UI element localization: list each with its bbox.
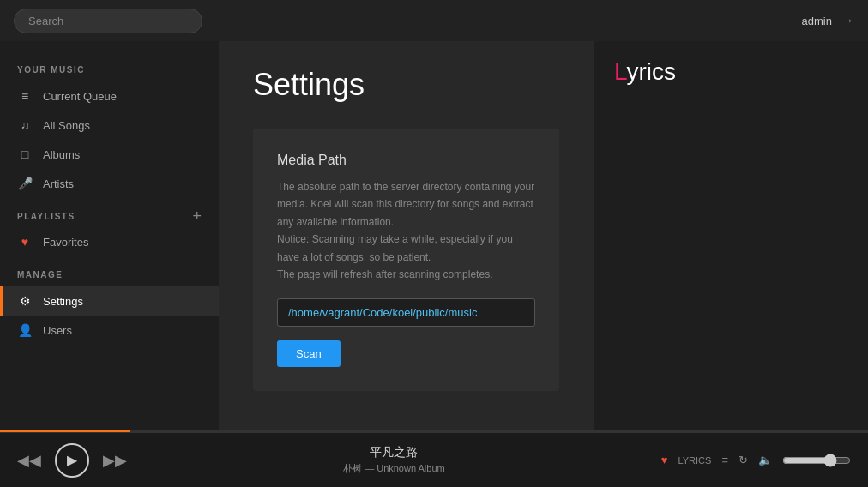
song-title: 平凡之路 bbox=[127, 445, 661, 460]
favorite-button[interactable]: ♥ bbox=[661, 454, 668, 466]
lyrics-title-rest: yrics bbox=[627, 58, 677, 85]
prev-button[interactable]: ◀◀ bbox=[17, 451, 41, 470]
music-note-icon: ♫ bbox=[17, 118, 33, 132]
progress-fill bbox=[0, 430, 130, 432]
top-bar: admin → bbox=[0, 0, 868, 41]
sidebar-item-favorites[interactable]: ♥ Favorites bbox=[0, 227, 219, 256]
queue-icon: ≡ bbox=[17, 89, 33, 103]
bottom-player: ◀◀ ▶ ▶▶ 平凡之路 朴树 — Unknown Album ♥ LYRICS… bbox=[0, 432, 868, 487]
player-info: 平凡之路 朴树 — Unknown Album bbox=[127, 445, 661, 475]
queue-list-button[interactable]: ≡ bbox=[721, 454, 728, 466]
sidebar-item-albums[interactable]: □ Albums bbox=[0, 140, 219, 169]
sidebar-item-all-songs[interactable]: ♫ All Songs bbox=[0, 111, 219, 140]
next-button[interactable]: ▶▶ bbox=[103, 451, 127, 470]
lyrics-button[interactable]: LYRICS bbox=[678, 455, 711, 466]
add-playlist-button[interactable]: + bbox=[192, 208, 202, 224]
sidebar-item-label: Favorites bbox=[43, 236, 88, 249]
content-area: Settings Media Path The absolute path to… bbox=[219, 41, 594, 430]
album-icon: □ bbox=[17, 147, 33, 161]
player-right: ♥ LYRICS ≡ ↻ 🔈 bbox=[661, 454, 851, 467]
sidebar-item-label: Albums bbox=[43, 148, 80, 161]
progress-bar-container[interactable] bbox=[0, 430, 868, 432]
song-meta: 朴树 — Unknown Album bbox=[127, 462, 661, 475]
page-title: Settings bbox=[253, 67, 559, 103]
manage-section-title: MANAGE bbox=[0, 270, 219, 286]
play-button[interactable]: ▶ bbox=[55, 443, 89, 478]
volume-slider[interactable] bbox=[782, 454, 851, 467]
sidebar-item-users[interactable]: 👤 Users bbox=[0, 316, 219, 345]
users-icon: 👤 bbox=[17, 323, 33, 337]
lyrics-panel-title: Lyrics bbox=[614, 58, 847, 86]
settings-card: Media Path The absolute path to the serv… bbox=[253, 129, 559, 391]
volume-icon: 🔈 bbox=[758, 454, 772, 466]
repeat-button[interactable]: ↻ bbox=[738, 454, 748, 466]
heart-icon: ♥ bbox=[17, 235, 33, 249]
main-area: YOUR MUSIC ≡ Current Queue ♫ All Songs □… bbox=[0, 41, 868, 430]
admin-label: admin bbox=[802, 15, 832, 27]
media-path-input[interactable] bbox=[277, 298, 535, 327]
sidebar: YOUR MUSIC ≡ Current Queue ♫ All Songs □… bbox=[0, 41, 219, 430]
lyrics-title-colored: L bbox=[614, 58, 627, 85]
sidebar-item-label: Settings bbox=[43, 295, 83, 308]
search-input[interactable] bbox=[14, 9, 202, 33]
player-controls: ◀◀ ▶ ▶▶ bbox=[17, 443, 127, 478]
sidebar-item-settings[interactable]: ⚙ Settings bbox=[0, 286, 219, 316]
sidebar-item-label: Current Queue bbox=[43, 90, 117, 103]
scan-button[interactable]: Scan bbox=[277, 340, 341, 367]
sidebar-item-artists[interactable]: 🎤 Artists bbox=[0, 169, 219, 198]
media-path-description: The absolute path to the server director… bbox=[277, 178, 535, 283]
sidebar-item-current-queue[interactable]: ≡ Current Queue bbox=[0, 81, 219, 111]
playlists-section-title: PLAYLISTS bbox=[17, 212, 75, 221]
media-path-title: Media Path bbox=[277, 153, 535, 168]
lyrics-panel: Lyrics bbox=[594, 41, 868, 430]
sidebar-item-label: All Songs bbox=[43, 119, 90, 132]
logout-icon[interactable]: → bbox=[841, 13, 854, 28]
sidebar-item-label: Users bbox=[43, 324, 72, 337]
your-music-section-title: YOUR MUSIC bbox=[0, 65, 219, 81]
settings-icon: ⚙ bbox=[17, 294, 33, 308]
sidebar-item-label: Artists bbox=[43, 177, 74, 190]
top-bar-right: admin → bbox=[802, 13, 854, 28]
playlists-section-header: PLAYLISTS + bbox=[0, 198, 219, 227]
artist-icon: 🎤 bbox=[17, 177, 33, 190]
